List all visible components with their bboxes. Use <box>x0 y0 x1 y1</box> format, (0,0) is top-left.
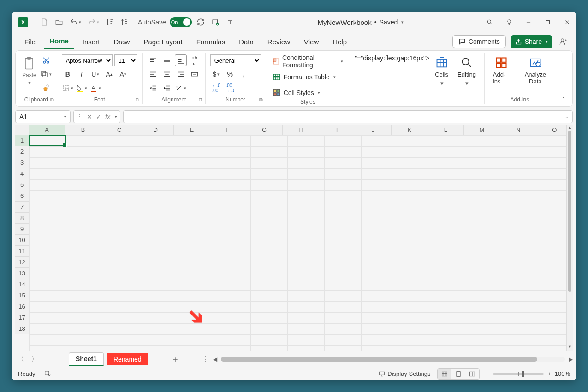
fx-icon[interactable]: fx <box>105 113 110 120</box>
row-header[interactable]: 10 <box>15 235 29 246</box>
increase-decimal-icon[interactable]: ←.0.00 <box>210 82 222 94</box>
paste-button[interactable]: Paste ▾ <box>20 54 38 91</box>
col-header[interactable]: E <box>174 125 210 135</box>
cell-styles-button[interactable]: Cell Styles▾ <box>271 87 345 99</box>
fx-chevron-icon[interactable]: ▾ <box>115 114 117 119</box>
col-header[interactable]: M <box>464 125 500 135</box>
comments-button[interactable]: Comments <box>452 35 506 48</box>
sheet-tab-renamed[interactable]: Renamed <box>107 353 148 365</box>
font-size-select[interactable]: 11 <box>114 54 137 66</box>
cells-area[interactable]: ➔ <box>29 135 573 351</box>
fx-menu-icon[interactable]: ⋮ <box>77 113 83 120</box>
col-header[interactable]: D <box>137 125 174 135</box>
user-add-icon[interactable] <box>557 35 569 48</box>
tab-review[interactable]: Review <box>262 35 296 48</box>
align-top-icon[interactable] <box>147 54 159 66</box>
orientation-icon[interactable]: ▾ <box>175 82 187 94</box>
font-name-select[interactable]: Aptos Narrow <box>62 54 113 66</box>
align-center-icon[interactable] <box>161 68 173 80</box>
row-header[interactable]: 14 <box>15 279 29 290</box>
cut-icon[interactable] <box>40 54 52 66</box>
collapse-ribbon-icon[interactable]: ⌃ <box>555 53 572 104</box>
col-header[interactable]: G <box>246 125 283 135</box>
workbook-name[interactable]: MyNewWorkbook <box>317 18 371 26</box>
tab-data[interactable]: Data <box>233 35 259 48</box>
page-layout-view-icon[interactable] <box>451 369 465 379</box>
sync-icon[interactable] <box>209 16 221 29</box>
search-icon[interactable] <box>485 18 494 27</box>
accounting-format-icon[interactable]: $▾ <box>210 68 222 80</box>
row-header[interactable]: 5 <box>15 179 29 190</box>
formula-input[interactable]: ⌄ <box>123 110 573 123</box>
row-header[interactable]: 9 <box>15 224 29 235</box>
sort-desc-icon[interactable] <box>119 16 131 29</box>
analyze-data-button[interactable]: Analyze Data <box>521 54 551 87</box>
increase-indent-icon[interactable] <box>161 82 173 94</box>
bold-button[interactable]: B <box>62 68 74 80</box>
name-box-chevron-icon[interactable]: ▾ <box>64 114 66 119</box>
hscroll-right-icon[interactable]: ▶ <box>569 356 573 362</box>
row-header[interactable]: 16 <box>15 301 29 312</box>
scroll-down-icon[interactable]: ▼ <box>567 344 573 351</box>
row-header[interactable]: 12 <box>15 257 29 268</box>
row-header[interactable]: 3 <box>15 157 29 168</box>
vertical-scrollbar[interactable]: ▲ ▼ <box>566 125 573 351</box>
copy-icon[interactable]: ▾ <box>40 68 52 80</box>
add-sheet-button[interactable]: ＋ <box>170 354 181 365</box>
conditional-formatting-button[interactable]: Conditional Formatting▾ <box>271 55 345 67</box>
cells-button[interactable]: Cells▾ <box>431 54 452 89</box>
col-header[interactable]: L <box>428 125 464 135</box>
tab-home[interactable]: Home <box>44 34 74 49</box>
redo-button[interactable]: ▾ <box>86 16 101 29</box>
sheet-tab-sheet1[interactable]: Sheet1 <box>69 352 104 366</box>
number-format-select[interactable]: General <box>210 54 261 66</box>
display-settings-button[interactable]: Display Settings <box>378 370 430 377</box>
row-header[interactable]: 11 <box>15 246 29 257</box>
zoom-percent[interactable]: 100% <box>555 370 570 377</box>
col-header[interactable]: F <box>210 125 247 135</box>
percent-format-icon[interactable]: % <box>224 68 236 80</box>
title-chevron-icon[interactable]: ▾ <box>401 20 404 24</box>
zoom-slider[interactable] <box>493 373 544 375</box>
lightbulb-icon[interactable] <box>505 18 514 27</box>
align-middle-icon[interactable] <box>161 54 173 66</box>
name-box[interactable]: A1 ▾ <box>15 110 71 123</box>
hscroll-thumb[interactable] <box>221 357 538 362</box>
align-bottom-icon[interactable] <box>175 54 187 66</box>
decrease-decimal-icon[interactable]: .00→.0 <box>224 82 236 94</box>
row-header[interactable]: 7 <box>15 202 29 213</box>
col-header[interactable]: B <box>65 125 101 135</box>
comma-format-icon[interactable]: , <box>238 68 250 80</box>
hscroll-left-icon[interactable]: ◀ <box>213 356 217 362</box>
col-header[interactable]: C <box>101 125 138 135</box>
format-painter-icon[interactable] <box>40 82 52 94</box>
autosave-toggle[interactable]: On <box>170 17 192 27</box>
cancel-formula-icon[interactable]: ✕ <box>87 113 92 120</box>
vscroll-thumb[interactable] <box>568 131 571 292</box>
row-header[interactable]: 6 <box>15 190 29 202</box>
alignment-launcher-icon[interactable]: ⧉ <box>199 97 202 103</box>
page-break-view-icon[interactable] <box>465 369 479 379</box>
underline-button[interactable]: U▾ <box>89 68 101 80</box>
row-header[interactable]: 8 <box>15 213 29 224</box>
row-header[interactable]: 17 <box>15 312 29 323</box>
open-file-icon[interactable] <box>53 16 65 29</box>
borders-icon[interactable]: ▾ <box>62 82 74 94</box>
align-right-icon[interactable] <box>175 68 187 80</box>
col-header[interactable]: J <box>355 125 392 135</box>
accept-formula-icon[interactable]: ✓ <box>96 113 101 120</box>
share-button[interactable]: Share ▾ <box>511 35 552 48</box>
sheet-nav-next-icon[interactable]: 〉 <box>29 354 40 365</box>
formula-expand-icon[interactable]: ⌄ <box>565 114 569 119</box>
row-header[interactable]: 2 <box>15 146 29 157</box>
macro-record-icon[interactable] <box>44 370 51 378</box>
col-header[interactable]: K <box>392 125 428 135</box>
col-header[interactable]: N <box>500 125 537 135</box>
horizontal-scrollbar[interactable] <box>221 357 565 362</box>
col-header[interactable]: H <box>283 125 319 135</box>
merge-center-icon[interactable] <box>189 68 201 80</box>
decrease-font-icon[interactable]: A▾ <box>117 68 129 80</box>
tab-insert[interactable]: Insert <box>77 35 106 48</box>
font-color-icon[interactable]: A▾ <box>89 82 101 94</box>
align-left-icon[interactable] <box>147 68 159 80</box>
